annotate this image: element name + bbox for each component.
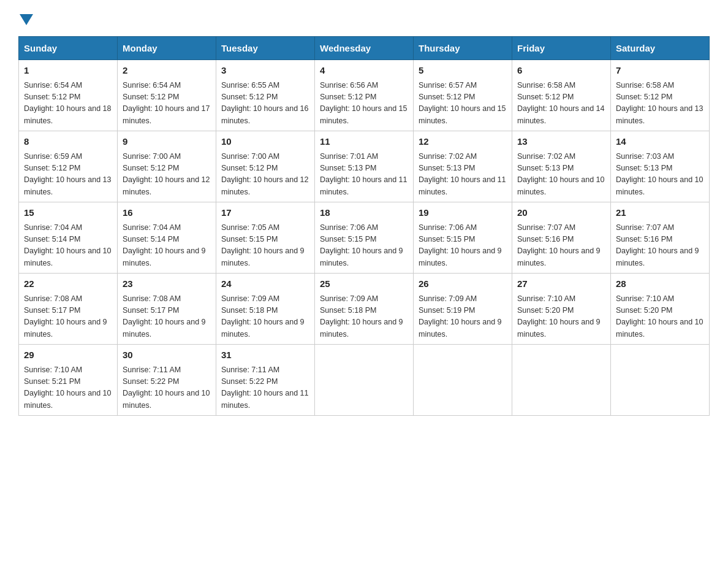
day-number: 23: [123, 277, 211, 291]
logo: [18, 12, 33, 25]
calendar-cell: 11Sunrise: 7:01 AMSunset: 5:13 PMDayligh…: [315, 131, 414, 202]
day-number: 4: [320, 64, 408, 78]
day-info: Sunrise: 7:08 AMSunset: 5:17 PMDaylight:…: [24, 293, 112, 341]
day-number: 2: [123, 64, 211, 78]
col-header-monday: Monday: [118, 37, 216, 60]
day-info: Sunrise: 7:06 AMSunset: 5:15 PMDaylight:…: [320, 222, 408, 270]
day-info: Sunrise: 6:58 AMSunset: 5:12 PMDaylight:…: [616, 80, 704, 128]
calendar-cell: 21Sunrise: 7:07 AMSunset: 5:16 PMDayligh…: [611, 202, 710, 274]
calendar-cell: [512, 345, 611, 416]
calendar-cell: 6Sunrise: 6:58 AMSunset: 5:12 PMDaylight…: [512, 60, 611, 131]
calendar-cell: 3Sunrise: 6:55 AMSunset: 5:12 PMDaylight…: [216, 60, 315, 131]
day-info: Sunrise: 6:54 AMSunset: 5:12 PMDaylight:…: [24, 80, 112, 128]
day-number: 3: [221, 64, 309, 78]
day-info: Sunrise: 7:04 AMSunset: 5:14 PMDaylight:…: [24, 222, 112, 270]
col-header-wednesday: Wednesday: [315, 37, 414, 60]
day-number: 26: [419, 277, 507, 291]
day-number: 7: [616, 64, 704, 78]
day-info: Sunrise: 7:07 AMSunset: 5:16 PMDaylight:…: [517, 222, 605, 270]
day-number: 11: [320, 135, 408, 149]
calendar-cell: 4Sunrise: 6:56 AMSunset: 5:12 PMDaylight…: [315, 60, 414, 131]
day-info: Sunrise: 6:56 AMSunset: 5:12 PMDaylight:…: [320, 80, 408, 128]
day-info: Sunrise: 7:04 AMSunset: 5:14 PMDaylight:…: [123, 222, 211, 270]
day-info: Sunrise: 7:01 AMSunset: 5:13 PMDaylight:…: [320, 151, 408, 199]
calendar-week-row: 8Sunrise: 6:59 AMSunset: 5:12 PMDaylight…: [19, 131, 710, 202]
svg-marker-0: [20, 14, 33, 25]
day-info: Sunrise: 7:00 AMSunset: 5:12 PMDaylight:…: [221, 151, 309, 199]
day-info: Sunrise: 7:11 AMSunset: 5:22 PMDaylight:…: [221, 364, 309, 412]
calendar-cell: 13Sunrise: 7:02 AMSunset: 5:13 PMDayligh…: [512, 131, 611, 202]
calendar-cell: 22Sunrise: 7:08 AMSunset: 5:17 PMDayligh…: [19, 274, 118, 345]
calendar-cell: 30Sunrise: 7:11 AMSunset: 5:22 PMDayligh…: [118, 345, 216, 416]
day-info: Sunrise: 7:09 AMSunset: 5:18 PMDaylight:…: [221, 293, 309, 341]
day-number: 16: [123, 206, 211, 220]
day-number: 31: [221, 348, 309, 362]
calendar-cell: 9Sunrise: 7:00 AMSunset: 5:12 PMDaylight…: [118, 131, 216, 202]
calendar-cell: 25Sunrise: 7:09 AMSunset: 5:18 PMDayligh…: [315, 274, 414, 345]
day-info: Sunrise: 7:00 AMSunset: 5:12 PMDaylight:…: [123, 151, 211, 199]
day-number: 28: [616, 277, 704, 291]
day-info: Sunrise: 7:11 AMSunset: 5:22 PMDaylight:…: [123, 364, 211, 412]
day-number: 5: [419, 64, 507, 78]
day-number: 14: [616, 135, 704, 149]
day-number: 19: [419, 206, 507, 220]
day-info: Sunrise: 7:09 AMSunset: 5:18 PMDaylight:…: [320, 293, 408, 341]
day-number: 15: [24, 206, 112, 220]
page-header: [18, 12, 710, 25]
calendar-cell: 12Sunrise: 7:02 AMSunset: 5:13 PMDayligh…: [414, 131, 512, 202]
calendar-week-row: 29Sunrise: 7:10 AMSunset: 5:21 PMDayligh…: [19, 345, 710, 416]
day-number: 9: [123, 135, 211, 149]
calendar-cell: 31Sunrise: 7:11 AMSunset: 5:22 PMDayligh…: [216, 345, 315, 416]
calendar-cell: 18Sunrise: 7:06 AMSunset: 5:15 PMDayligh…: [315, 202, 414, 274]
calendar-cell: 16Sunrise: 7:04 AMSunset: 5:14 PMDayligh…: [118, 202, 216, 274]
day-number: 12: [419, 135, 507, 149]
calendar-cell: [315, 345, 414, 416]
day-info: Sunrise: 6:54 AMSunset: 5:12 PMDaylight:…: [123, 80, 211, 128]
day-number: 27: [517, 277, 605, 291]
calendar-cell: 20Sunrise: 7:07 AMSunset: 5:16 PMDayligh…: [512, 202, 611, 274]
calendar-cell: 27Sunrise: 7:10 AMSunset: 5:20 PMDayligh…: [512, 274, 611, 345]
day-number: 21: [616, 206, 704, 220]
calendar-cell: 19Sunrise: 7:06 AMSunset: 5:15 PMDayligh…: [414, 202, 512, 274]
day-info: Sunrise: 7:10 AMSunset: 5:21 PMDaylight:…: [24, 364, 112, 412]
calendar-cell: 26Sunrise: 7:09 AMSunset: 5:19 PMDayligh…: [414, 274, 512, 345]
day-info: Sunrise: 7:08 AMSunset: 5:17 PMDaylight:…: [123, 293, 211, 341]
day-number: 22: [24, 277, 112, 291]
calendar-cell: 17Sunrise: 7:05 AMSunset: 5:15 PMDayligh…: [216, 202, 315, 274]
day-info: Sunrise: 7:10 AMSunset: 5:20 PMDaylight:…: [616, 293, 704, 341]
col-header-tuesday: Tuesday: [216, 37, 315, 60]
day-info: Sunrise: 7:03 AMSunset: 5:13 PMDaylight:…: [616, 151, 704, 199]
day-info: Sunrise: 7:07 AMSunset: 5:16 PMDaylight:…: [616, 222, 704, 270]
col-header-friday: Friday: [512, 37, 611, 60]
day-info: Sunrise: 7:09 AMSunset: 5:19 PMDaylight:…: [419, 293, 507, 341]
day-number: 6: [517, 64, 605, 78]
calendar-cell: 7Sunrise: 6:58 AMSunset: 5:12 PMDaylight…: [611, 60, 710, 131]
calendar-cell: 1Sunrise: 6:54 AMSunset: 5:12 PMDaylight…: [19, 60, 118, 131]
calendar-table: SundayMondayTuesdayWednesdayThursdayFrid…: [18, 36, 710, 416]
day-info: Sunrise: 6:58 AMSunset: 5:12 PMDaylight:…: [517, 80, 605, 128]
col-header-sunday: Sunday: [19, 37, 118, 60]
day-info: Sunrise: 7:10 AMSunset: 5:20 PMDaylight:…: [517, 293, 605, 341]
day-number: 17: [221, 206, 309, 220]
day-info: Sunrise: 7:02 AMSunset: 5:13 PMDaylight:…: [517, 151, 605, 199]
day-number: 25: [320, 277, 408, 291]
calendar-cell: 28Sunrise: 7:10 AMSunset: 5:20 PMDayligh…: [611, 274, 710, 345]
logo-triangle-icon: [20, 14, 33, 25]
calendar-cell: 29Sunrise: 7:10 AMSunset: 5:21 PMDayligh…: [19, 345, 118, 416]
day-number: 24: [221, 277, 309, 291]
calendar-cell: 24Sunrise: 7:09 AMSunset: 5:18 PMDayligh…: [216, 274, 315, 345]
calendar-week-row: 15Sunrise: 7:04 AMSunset: 5:14 PMDayligh…: [19, 202, 710, 274]
day-info: Sunrise: 6:55 AMSunset: 5:12 PMDaylight:…: [221, 80, 309, 128]
day-info: Sunrise: 7:05 AMSunset: 5:15 PMDaylight:…: [221, 222, 309, 270]
calendar-cell: 10Sunrise: 7:00 AMSunset: 5:12 PMDayligh…: [216, 131, 315, 202]
calendar-cell: 23Sunrise: 7:08 AMSunset: 5:17 PMDayligh…: [118, 274, 216, 345]
calendar-week-row: 1Sunrise: 6:54 AMSunset: 5:12 PMDaylight…: [19, 60, 710, 131]
day-info: Sunrise: 6:59 AMSunset: 5:12 PMDaylight:…: [24, 151, 112, 199]
calendar-cell: 2Sunrise: 6:54 AMSunset: 5:12 PMDaylight…: [118, 60, 216, 131]
calendar-week-row: 22Sunrise: 7:08 AMSunset: 5:17 PMDayligh…: [19, 274, 710, 345]
day-number: 1: [24, 64, 112, 78]
col-header-saturday: Saturday: [611, 37, 710, 60]
day-number: 20: [517, 206, 605, 220]
calendar-cell: [414, 345, 512, 416]
calendar-cell: 14Sunrise: 7:03 AMSunset: 5:13 PMDayligh…: [611, 131, 710, 202]
